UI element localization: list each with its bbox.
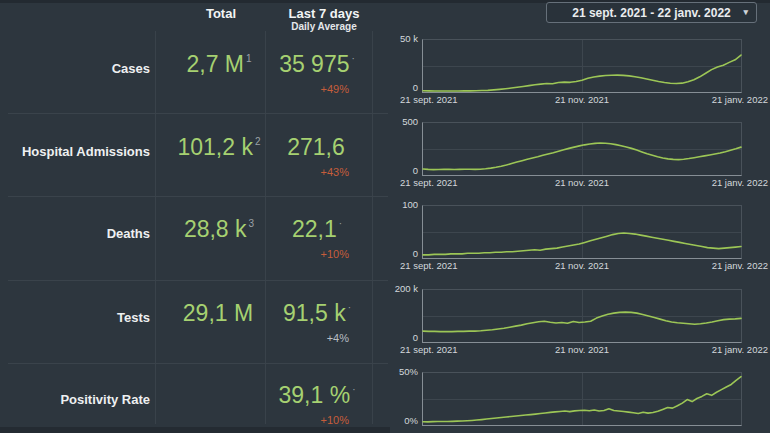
x-tick-label: 21 nov. 2021	[532, 177, 632, 188]
y-axis-max-label: 50 k	[390, 33, 418, 44]
sparkline	[423, 373, 741, 425]
daily-average-value: 35 975	[279, 51, 349, 77]
y-axis-max-label: 50%	[390, 366, 418, 377]
footnote-marker: ·	[339, 218, 342, 229]
x-tick-label: 21 nov. 2021	[532, 260, 632, 271]
total-value: 28,8 k	[184, 216, 247, 242]
y-axis-min-label: 0	[390, 332, 418, 343]
change-badge: +10%	[265, 414, 349, 426]
y-axis-min-label: 0	[390, 82, 418, 93]
footnote-marker: ·	[352, 384, 355, 395]
sparkline-plot[interactable]	[422, 289, 742, 343]
footnote-marker: ·	[352, 53, 355, 64]
table-row-positivity-rate: Positivity Rate 39,1 %· +10%	[0, 357, 390, 433]
table-row-hospital-admissions: Hospital Admissions 101,2 k2 271,6 +43%	[0, 109, 390, 193]
metric-label: Deaths	[0, 226, 150, 241]
metrics-table: Total Last 7 days Daily Average Cases 2,…	[0, 0, 390, 427]
y-axis-min-label: 0	[390, 165, 418, 176]
x-tick-label: 21 sept. 2021	[400, 344, 458, 355]
sparkline-plot[interactable]	[422, 205, 742, 259]
x-tick-label: 21 sept. 2021	[400, 94, 458, 105]
footnote-marker: 3	[249, 218, 255, 229]
sparkline-plot[interactable]	[422, 372, 742, 426]
y-axis-max-label: 200 k	[390, 283, 418, 294]
x-tick-label: 21 janv. 2022	[712, 94, 768, 105]
y-axis-max-label: 100	[390, 199, 418, 210]
x-tick-label: 21 janv. 2022	[712, 177, 768, 188]
footnote-marker: 1	[246, 53, 252, 64]
daily-average-value: 22,1	[292, 216, 337, 242]
change-badge: +10%	[265, 248, 349, 260]
change-badge: +4%	[265, 332, 349, 344]
x-tick-label: 21 sept. 2021	[400, 260, 458, 271]
sparkline	[423, 40, 741, 92]
chart-tests: 200 k 0 21 sept. 2021 21 nov. 2021 21 ja…	[390, 280, 770, 364]
metric-label: Hospital Admissions	[0, 144, 150, 159]
metric-label: Positivity Rate	[0, 392, 150, 407]
footnote-marker: ·	[348, 302, 351, 313]
x-tick-label: 21 sept. 2021	[400, 177, 458, 188]
chart-hospital-admissions: 500 0 21 sept. 2021 21 nov. 2021 21 janv…	[390, 113, 770, 197]
y-axis-max-label: 500	[390, 116, 418, 127]
total-value: 101,2 k	[177, 134, 252, 160]
x-tick-label: 21 nov. 2021	[532, 94, 632, 105]
sparkline-plot[interactable]	[422, 39, 742, 93]
bottom-edge-strip	[0, 427, 390, 433]
x-tick-label: 21 janv. 2022	[712, 344, 768, 355]
sparkline	[423, 290, 741, 342]
sparkline	[423, 206, 741, 258]
daily-average-value: 271,6	[287, 134, 345, 160]
metric-label: Tests	[0, 310, 150, 325]
table-row-deaths: Deaths 28,8 k3 22,1· +10%	[0, 191, 390, 275]
table-row-tests: Tests 29,1 M 91,5 k· +4%	[0, 275, 390, 359]
chart-deaths: 100 0 21 sept. 2021 21 nov. 2021 21 janv…	[390, 196, 770, 280]
column-header-total: Total	[162, 6, 280, 21]
daily-average-value: 91,5 k	[283, 300, 346, 326]
charts-column: 50 k 0 21 sept. 2021 21 nov. 2021 21 jan…	[390, 0, 770, 433]
change-badge: +49%	[265, 83, 349, 95]
covid-dashboard: 21 sept. 2021 - 22 janv. 2022 ▾ Total La…	[0, 0, 770, 433]
x-tick-label: 21 nov. 2021	[532, 344, 632, 355]
sparkline-plot[interactable]	[422, 122, 742, 176]
table-row-cases: Cases 2,7 M1 35 975· +49%	[0, 26, 390, 110]
y-axis-min-label: 0%	[390, 415, 418, 426]
total-value: 29,1 M	[183, 300, 253, 326]
column-header-last7days: Last 7 days	[268, 6, 380, 21]
daily-average-value: 39,1 %	[279, 382, 351, 408]
sparkline	[423, 123, 741, 175]
chart-positivity-rate: 50% 0%	[390, 363, 770, 433]
change-badge: +43%	[265, 166, 349, 178]
total-value: 2,7 M	[186, 51, 244, 77]
x-tick-label: 21 janv. 2022	[712, 260, 768, 271]
y-axis-min-label: 0	[390, 248, 418, 259]
footnote-marker: 2	[255, 136, 261, 147]
chart-cases: 50 k 0 21 sept. 2021 21 nov. 2021 21 jan…	[390, 30, 770, 114]
metric-label: Cases	[0, 61, 150, 76]
